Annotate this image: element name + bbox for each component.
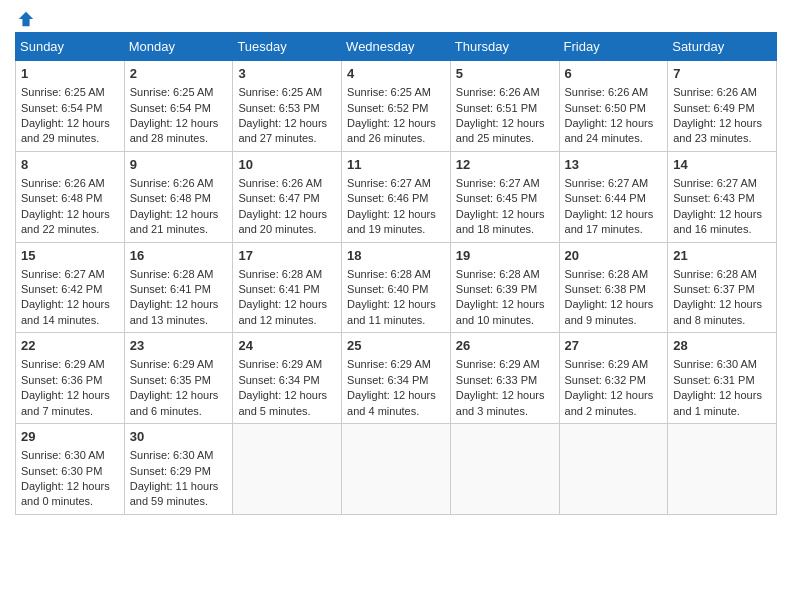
sunset-label: Sunset: 6:54 PM: [21, 102, 102, 114]
daylight-label: Daylight: 12 hours and 28 minutes.: [130, 117, 219, 144]
day-number: 15: [21, 247, 119, 265]
daylight-label: Daylight: 12 hours and 7 minutes.: [21, 389, 110, 416]
sunrise-label: Sunrise: 6:28 AM: [673, 268, 757, 280]
calendar-cell: 5Sunrise: 6:26 AMSunset: 6:51 PMDaylight…: [450, 61, 559, 152]
daylight-label: Daylight: 12 hours and 1 minute.: [673, 389, 762, 416]
daylight-label: Daylight: 12 hours and 6 minutes.: [130, 389, 219, 416]
day-number: 1: [21, 65, 119, 83]
daylight-label: Daylight: 12 hours and 0 minutes.: [21, 480, 110, 507]
sunrise-label: Sunrise: 6:25 AM: [130, 86, 214, 98]
sunset-label: Sunset: 6:31 PM: [673, 374, 754, 386]
sunrise-label: Sunrise: 6:25 AM: [21, 86, 105, 98]
sunrise-label: Sunrise: 6:28 AM: [565, 268, 649, 280]
day-number: 3: [238, 65, 336, 83]
sunrise-label: Sunrise: 6:29 AM: [130, 358, 214, 370]
calendar-cell: 14Sunrise: 6:27 AMSunset: 6:43 PMDayligh…: [668, 151, 777, 242]
sunset-label: Sunset: 6:46 PM: [347, 192, 428, 204]
calendar-cell: 18Sunrise: 6:28 AMSunset: 6:40 PMDayligh…: [342, 242, 451, 333]
calendar-week-row: 1Sunrise: 6:25 AMSunset: 6:54 PMDaylight…: [16, 61, 777, 152]
sunset-label: Sunset: 6:52 PM: [347, 102, 428, 114]
calendar-cell: 7Sunrise: 6:26 AMSunset: 6:49 PMDaylight…: [668, 61, 777, 152]
day-number: 18: [347, 247, 445, 265]
day-number: 4: [347, 65, 445, 83]
sunrise-label: Sunrise: 6:28 AM: [347, 268, 431, 280]
sunset-label: Sunset: 6:42 PM: [21, 283, 102, 295]
daylight-label: Daylight: 12 hours and 25 minutes.: [456, 117, 545, 144]
day-number: 16: [130, 247, 228, 265]
sunset-label: Sunset: 6:54 PM: [130, 102, 211, 114]
calendar-cell: 29Sunrise: 6:30 AMSunset: 6:30 PMDayligh…: [16, 424, 125, 515]
day-number: 7: [673, 65, 771, 83]
calendar-cell: 24Sunrise: 6:29 AMSunset: 6:34 PMDayligh…: [233, 333, 342, 424]
sunset-label: Sunset: 6:41 PM: [130, 283, 211, 295]
sunrise-label: Sunrise: 6:29 AM: [456, 358, 540, 370]
sunset-label: Sunset: 6:39 PM: [456, 283, 537, 295]
day-number: 19: [456, 247, 554, 265]
calendar-cell: 9Sunrise: 6:26 AMSunset: 6:48 PMDaylight…: [124, 151, 233, 242]
day-number: 9: [130, 156, 228, 174]
calendar-cell: 13Sunrise: 6:27 AMSunset: 6:44 PMDayligh…: [559, 151, 668, 242]
sunset-label: Sunset: 6:33 PM: [456, 374, 537, 386]
calendar-cell: 30Sunrise: 6:30 AMSunset: 6:29 PMDayligh…: [124, 424, 233, 515]
daylight-label: Daylight: 12 hours and 18 minutes.: [456, 208, 545, 235]
sunset-label: Sunset: 6:53 PM: [238, 102, 319, 114]
daylight-label: Daylight: 12 hours and 11 minutes.: [347, 298, 436, 325]
sunset-label: Sunset: 6:50 PM: [565, 102, 646, 114]
page-header: [15, 10, 777, 24]
calendar-cell: 11Sunrise: 6:27 AMSunset: 6:46 PMDayligh…: [342, 151, 451, 242]
daylight-label: Daylight: 12 hours and 23 minutes.: [673, 117, 762, 144]
calendar-cell: [668, 424, 777, 515]
calendar-cell: 22Sunrise: 6:29 AMSunset: 6:36 PMDayligh…: [16, 333, 125, 424]
sunrise-label: Sunrise: 6:27 AM: [456, 177, 540, 189]
daylight-label: Daylight: 12 hours and 26 minutes.: [347, 117, 436, 144]
sunset-label: Sunset: 6:45 PM: [456, 192, 537, 204]
calendar-cell: 2Sunrise: 6:25 AMSunset: 6:54 PMDaylight…: [124, 61, 233, 152]
calendar-cell: [450, 424, 559, 515]
calendar-cell: 12Sunrise: 6:27 AMSunset: 6:45 PMDayligh…: [450, 151, 559, 242]
sunrise-label: Sunrise: 6:28 AM: [130, 268, 214, 280]
sunrise-label: Sunrise: 6:26 AM: [673, 86, 757, 98]
day-number: 30: [130, 428, 228, 446]
sunset-label: Sunset: 6:38 PM: [565, 283, 646, 295]
day-number: 28: [673, 337, 771, 355]
daylight-label: Daylight: 12 hours and 9 minutes.: [565, 298, 654, 325]
daylight-label: Daylight: 12 hours and 17 minutes.: [565, 208, 654, 235]
daylight-label: Daylight: 12 hours and 22 minutes.: [21, 208, 110, 235]
day-number: 10: [238, 156, 336, 174]
daylight-label: Daylight: 11 hours and 59 minutes.: [130, 480, 219, 507]
sunrise-label: Sunrise: 6:29 AM: [238, 358, 322, 370]
daylight-label: Daylight: 12 hours and 10 minutes.: [456, 298, 545, 325]
calendar-cell: 10Sunrise: 6:26 AMSunset: 6:47 PMDayligh…: [233, 151, 342, 242]
sunset-label: Sunset: 6:29 PM: [130, 465, 211, 477]
daylight-label: Daylight: 12 hours and 24 minutes.: [565, 117, 654, 144]
sunset-label: Sunset: 6:32 PM: [565, 374, 646, 386]
calendar-cell: 26Sunrise: 6:29 AMSunset: 6:33 PMDayligh…: [450, 333, 559, 424]
sunset-label: Sunset: 6:48 PM: [21, 192, 102, 204]
daylight-label: Daylight: 12 hours and 5 minutes.: [238, 389, 327, 416]
calendar-cell: [342, 424, 451, 515]
sunset-label: Sunset: 6:49 PM: [673, 102, 754, 114]
calendar-week-row: 29Sunrise: 6:30 AMSunset: 6:30 PMDayligh…: [16, 424, 777, 515]
sunset-label: Sunset: 6:36 PM: [21, 374, 102, 386]
sunset-label: Sunset: 6:44 PM: [565, 192, 646, 204]
sunrise-label: Sunrise: 6:27 AM: [347, 177, 431, 189]
day-number: 21: [673, 247, 771, 265]
day-header-tuesday: Tuesday: [233, 33, 342, 61]
calendar-header-row: SundayMondayTuesdayWednesdayThursdayFrid…: [16, 33, 777, 61]
daylight-label: Daylight: 12 hours and 27 minutes.: [238, 117, 327, 144]
sunrise-label: Sunrise: 6:27 AM: [21, 268, 105, 280]
day-number: 5: [456, 65, 554, 83]
sunset-label: Sunset: 6:51 PM: [456, 102, 537, 114]
calendar-cell: [233, 424, 342, 515]
sunrise-label: Sunrise: 6:29 AM: [565, 358, 649, 370]
daylight-label: Daylight: 12 hours and 14 minutes.: [21, 298, 110, 325]
day-number: 26: [456, 337, 554, 355]
daylight-label: Daylight: 12 hours and 4 minutes.: [347, 389, 436, 416]
calendar-week-row: 15Sunrise: 6:27 AMSunset: 6:42 PMDayligh…: [16, 242, 777, 333]
calendar-week-row: 22Sunrise: 6:29 AMSunset: 6:36 PMDayligh…: [16, 333, 777, 424]
sunrise-label: Sunrise: 6:26 AM: [238, 177, 322, 189]
sunset-label: Sunset: 6:41 PM: [238, 283, 319, 295]
day-header-friday: Friday: [559, 33, 668, 61]
sunset-label: Sunset: 6:34 PM: [238, 374, 319, 386]
calendar-cell: 21Sunrise: 6:28 AMSunset: 6:37 PMDayligh…: [668, 242, 777, 333]
